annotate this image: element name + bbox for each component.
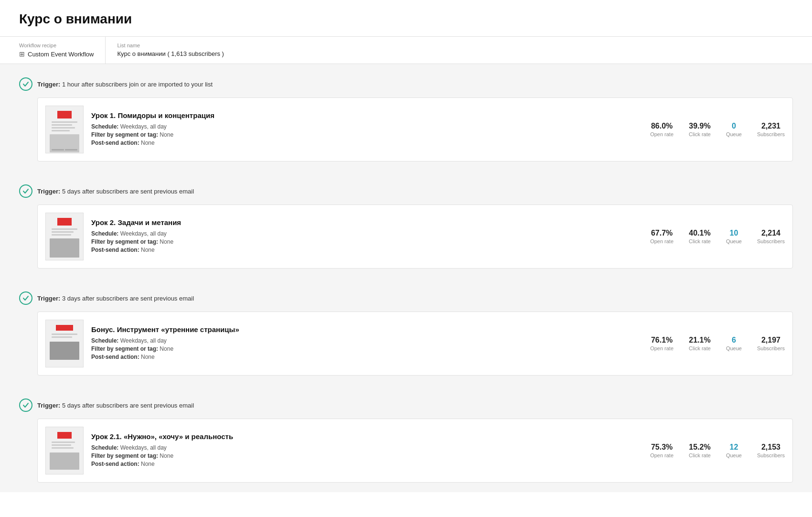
list-name-value: Курс о внимании ( 1,613 subscribers ): [117, 50, 224, 57]
email-card-0[interactable]: Урок 1. Помидоры и концентрация Schedule…: [37, 97, 793, 162]
email-info-0: Урок 1. Помидоры и концентрация Schedule…: [91, 111, 642, 148]
stat-click-rate-1: 40.1% Click rate: [689, 229, 711, 244]
stat-open-rate-3: 75.3% Open rate: [650, 443, 673, 458]
email-post-send-0: Post-send action: None: [91, 140, 642, 146]
trigger-check-icon-2: [19, 291, 32, 305]
stat-open-rate-1: 67.7% Open rate: [650, 229, 673, 244]
email-filter-3: Filter by segment or tag: None: [91, 452, 642, 459]
email-info-2: Бонус. Инструмент «утренние страницы» Sc…: [91, 325, 642, 362]
workflow-recipe-value: ⊞ Custom Event Workflow: [19, 50, 94, 58]
trigger-text-2: Trigger: 3 days after subscribers are se…: [37, 295, 194, 302]
stat-queue-2[interactable]: 6 Queue: [726, 336, 742, 351]
stat-open-rate-0: 86.0% Open rate: [650, 122, 673, 137]
email-stats-3: 75.3% Open rate 15.2% Click rate 12 Queu…: [650, 443, 785, 458]
stat-queue-0[interactable]: 0 Queue: [726, 122, 742, 137]
email-title-2: Бонус. Инструмент «утренние страницы»: [91, 325, 642, 334]
trigger-text-1: Trigger: 5 days after subscribers are se…: [37, 188, 194, 195]
stat-queue-1[interactable]: 10 Queue: [726, 229, 742, 244]
stat-click-rate-3: 15.2% Click rate: [689, 443, 711, 458]
email-thumbnail-1: [45, 213, 84, 260]
email-filter-1: Filter by segment or tag: None: [91, 238, 642, 245]
email-title-3: Урок 2.1. «Нужно», «хочу» и реальность: [91, 432, 642, 441]
stat-subscribers-0: 2,231 Subscribers: [757, 122, 785, 137]
trigger-check-icon-0: [19, 77, 32, 91]
email-schedule-3: Schedule: Weekdays, all day: [91, 444, 642, 451]
workflow-icon: ⊞: [19, 50, 25, 58]
email-filter-0: Filter by segment or tag: None: [91, 131, 642, 138]
workflow-recipe-meta: Workflow recipe ⊞ Custom Event Workflow: [19, 37, 106, 64]
email-schedule-1: Schedule: Weekdays, all day: [91, 230, 642, 237]
email-title-0: Урок 1. Помидоры и концентрация: [91, 111, 642, 119]
trigger-check-icon-1: [19, 184, 32, 198]
workflow-block-0: Trigger: 1 hour after subscribers join o…: [0, 64, 812, 171]
trigger-text-0: Trigger: 1 hour after subscribers join o…: [37, 81, 213, 88]
email-filter-2: Filter by segment or tag: None: [91, 345, 642, 352]
trigger-row-2: Trigger: 3 days after subscribers are se…: [19, 291, 793, 305]
trigger-row-0: Trigger: 1 hour after subscribers join o…: [19, 77, 793, 91]
workflow-recipe-label: Workflow recipe: [19, 43, 94, 48]
email-title-1: Урок 2. Задачи и метания: [91, 218, 642, 226]
trigger-row-1: Trigger: 5 days after subscribers are se…: [19, 184, 793, 198]
stat-subscribers-1: 2,214 Subscribers: [757, 229, 785, 244]
email-post-send-3: Post-send action: None: [91, 461, 642, 467]
list-name-label: List name: [117, 43, 224, 48]
workflow-block-2: Trigger: 3 days after subscribers are se…: [0, 278, 812, 385]
stat-subscribers-2: 2,197 Subscribers: [757, 336, 785, 351]
email-post-send-2: Post-send action: None: [91, 354, 642, 360]
email-card-3[interactable]: Урок 2.1. «Нужно», «хочу» и реальность S…: [37, 419, 793, 483]
meta-bar: Workflow recipe ⊞ Custom Event Workflow …: [0, 37, 812, 64]
email-stats-1: 67.7% Open rate 40.1% Click rate 10 Queu…: [650, 229, 785, 244]
stat-open-rate-2: 76.1% Open rate: [650, 336, 673, 351]
email-post-send-1: Post-send action: None: [91, 247, 642, 253]
email-thumbnail-0: [45, 106, 84, 153]
trigger-check-icon-3: [19, 399, 32, 412]
email-thumbnail-2: [45, 320, 84, 367]
list-name-meta: List name Курс о внимании ( 1,613 subscr…: [117, 37, 235, 64]
email-stats-2: 76.1% Open rate 21.1% Click rate 6 Queue…: [650, 336, 785, 351]
trigger-text-3: Trigger: 5 days after subscribers are se…: [37, 402, 194, 409]
workflow-block-1: Trigger: 5 days after subscribers are se…: [0, 171, 812, 278]
email-schedule-0: Schedule: Weekdays, all day: [91, 123, 642, 130]
workflow-block-3: Trigger: 5 days after subscribers are se…: [0, 385, 812, 492]
email-stats-0: 86.0% Open rate 39.9% Click rate 0 Queue…: [650, 122, 785, 137]
email-thumbnail-3: [45, 427, 84, 474]
email-info-1: Урок 2. Задачи и метания Schedule: Weekd…: [91, 218, 642, 255]
stat-click-rate-0: 39.9% Click rate: [689, 122, 711, 137]
stat-click-rate-2: 21.1% Click rate: [689, 336, 711, 351]
email-card-2[interactable]: Бонус. Инструмент «утренние страницы» Sc…: [37, 312, 793, 376]
workflow-content: Trigger: 1 hour after subscribers join o…: [0, 64, 812, 492]
trigger-row-3: Trigger: 5 days after subscribers are se…: [19, 399, 793, 412]
page-title: Курс о внимании: [0, 0, 812, 37]
email-card-1[interactable]: Урок 2. Задачи и метания Schedule: Weekd…: [37, 205, 793, 269]
email-info-3: Урок 2.1. «Нужно», «хочу» и реальность S…: [91, 432, 642, 469]
email-schedule-2: Schedule: Weekdays, all day: [91, 337, 642, 344]
stat-subscribers-3: 2,153 Subscribers: [757, 443, 785, 458]
stat-queue-3[interactable]: 12 Queue: [726, 443, 742, 458]
